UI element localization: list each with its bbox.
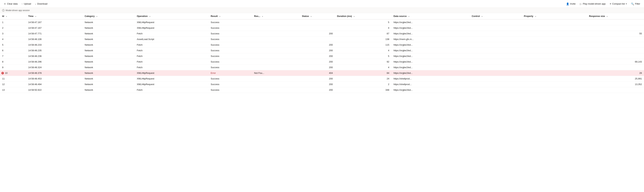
subbar: i Model-driven app session <box>0 8 644 13</box>
cell-operation-text: AssetLoad.Script <box>137 38 154 40</box>
cell-id: 7 <box>0 53 26 59</box>
cell-id-text: 5 <box>2 44 3 46</box>
cell-id: 11 <box>0 76 26 82</box>
table-row[interactable]: 914:58:48.324NetworkFetchSuccess2004http… <box>0 65 644 70</box>
table-row[interactable]: 414:58:48.106NetworkAssetLoad.ScriptSucc… <box>0 36 644 42</box>
cell-duration-text: 5 <box>388 55 389 58</box>
cell-status-text: 200 <box>329 88 333 91</box>
cell-operation-text: XMLHttpRequest <box>137 26 154 29</box>
cell-status-text: 200 <box>329 60 333 63</box>
cell-datasource: https://orgbe1fed... <box>391 53 470 59</box>
col-header-result[interactable]: Result ⌄ <box>208 13 252 20</box>
play-label: Play model-driven app <box>583 2 606 5</box>
cell-datasource: https://orgbe1fed... <box>391 20 470 25</box>
cell-category: Network <box>83 53 135 59</box>
download-button[interactable]: ↓ Download <box>33 2 49 6</box>
table-row[interactable]: 714:58:48.236NetworkFetchSuccess2005http… <box>0 53 644 59</box>
table-body: 114:58:47.167NetworkXMLHttpRequestSucces… <box>0 20 644 93</box>
cell-res <box>252 59 300 65</box>
cell-category-text: Network <box>85 32 93 35</box>
cell-status-text: 200 <box>329 49 333 52</box>
sort-icon-control: ⌄ <box>481 15 483 17</box>
cell-category: Network <box>83 70 135 76</box>
upload-icon: ↑ <box>22 2 23 5</box>
list-icon: ≡ <box>610 2 611 5</box>
play-model-driven-app-button[interactable]: ▷ Play model-driven app <box>578 2 607 6</box>
cell-datasource: https://orgbe1fed... <box>391 31 470 36</box>
cell-res <box>252 76 300 82</box>
col-header-category[interactable]: Category ⌄ <box>83 13 135 20</box>
cell-datasource-text: https://orgbe1fed... <box>394 72 412 74</box>
error-indicator-icon: ✕ <box>2 72 4 74</box>
col-header-datasource[interactable]: Data source ⌄ <box>391 13 470 20</box>
table-row[interactable]: 1314:58:50.922NetworkFetchSuccess200348h… <box>0 87 644 93</box>
invite-button[interactable]: 👤 Invite <box>564 2 578 6</box>
cell-result: Success <box>208 25 252 31</box>
table-row[interactable]: 1114:58:48.453NetworkXMLHttpRequestSucce… <box>0 76 644 82</box>
cell-operation: XMLHttpRequest <box>135 25 208 31</box>
cell-operation-text: XMLHttpRequest <box>137 21 154 24</box>
table-row[interactable]: 314:58:47.771NetworkFetchSuccess20087htt… <box>0 31 644 36</box>
table-row[interactable]: 514:58:48.233NetworkFetchSuccess200115ht… <box>0 42 644 48</box>
cell-result: Success <box>208 20 252 25</box>
cell-datasource-text: https://orgbe1fed... <box>394 88 412 91</box>
cell-res <box>252 42 300 48</box>
sort-icon-datasource: ⌄ <box>408 15 410 17</box>
cell-status: 200 <box>300 53 335 59</box>
cell-operation: XMLHttpRequest <box>135 20 208 25</box>
upload-button[interactable]: ↑ Upload <box>20 2 33 6</box>
table-row[interactable]: 814:58:48.296NetworkFetchSuccess20092htt… <box>0 59 644 65</box>
info-icon: i <box>2 9 4 12</box>
cell-id: ✕10 <box>0 70 26 76</box>
cell-id: 1 <box>0 20 26 25</box>
col-header-id[interactable]: Id ⌄ <box>0 13 26 20</box>
cell-category: Network <box>83 65 135 70</box>
toolbar-right: 👤 Invite ▷ Play model-driven app ≡ Compa… <box>564 2 642 6</box>
table-row[interactable]: 614:58:48.235NetworkFetchSuccess2004http… <box>0 48 644 53</box>
col-header-res[interactable]: Res... ⌄ <box>252 13 300 20</box>
col-header-respsize[interactable]: Response size ⌄ <box>587 13 644 20</box>
cell-duration-text: 115 <box>386 44 390 46</box>
col-header-control[interactable]: Control ⌄ <box>470 13 522 20</box>
col-header-operation[interactable]: Operation ⌄ <box>135 13 208 20</box>
cell-property <box>522 76 587 82</box>
cell-time: 14:58:48.324 <box>26 65 83 70</box>
table-row[interactable]: 214:58:47.167NetworkXMLHttpRequestSucces… <box>0 25 644 31</box>
col-header-status[interactable]: Status ⌄ <box>300 13 335 20</box>
table-row[interactable]: 1214:58:48.494NetworkXMLHttpRequestSucce… <box>0 82 644 87</box>
col-header-time[interactable]: Time ⌄ <box>26 13 83 20</box>
cell-property <box>522 59 587 65</box>
sort-icon-time: ⌄ <box>35 15 36 17</box>
cell-operation-text: Fetch <box>137 44 143 46</box>
cell-operation: Fetch <box>135 65 208 70</box>
cell-category-text: Network <box>85 44 93 46</box>
table-row[interactable]: ✕1014:58:48.378NetworkXMLHttpRequestErro… <box>0 70 644 76</box>
clear-data-button[interactable]: ✕ Clear data <box>2 2 20 6</box>
cell-res <box>252 31 300 36</box>
cell-duration: 92 <box>335 59 392 65</box>
sort-icon-operation: ⌄ <box>149 15 151 17</box>
cell-control <box>470 82 522 87</box>
cell-result-text: Success <box>211 32 219 35</box>
cell-duration-text: 4 <box>388 26 389 29</box>
sort-icon-id: ⌄ <box>6 15 7 17</box>
cell-time-text: 14:58:50.922 <box>28 88 42 91</box>
sort-icon-category: ⌄ <box>96 15 98 17</box>
cell-result-text: Success <box>211 66 219 69</box>
cell-operation: Fetch <box>135 48 208 53</box>
table-row[interactable]: 114:58:47.167NetworkXMLHttpRequestSucces… <box>0 20 644 25</box>
cell-operation: Fetch <box>135 59 208 65</box>
cell-operation: Fetch <box>135 87 208 93</box>
cell-status: 200 <box>300 82 335 87</box>
cell-result-text: Success <box>211 77 219 80</box>
col-header-duration[interactable]: Duration (ms) ⌄ <box>335 13 392 20</box>
cell-operation-text: XMLHttpRequest <box>137 83 154 86</box>
person-icon: 👤 <box>566 2 569 5</box>
compact-list-button[interactable]: ≡ Compact list ▾ <box>608 2 628 6</box>
cell-result-text: Success <box>211 21 219 24</box>
col-header-property[interactable]: Property ⌄ <box>522 13 587 20</box>
cell-operation-text: XMLHttpRequest <box>137 77 154 80</box>
sort-icon-property: ⌄ <box>535 15 536 17</box>
cell-property <box>522 31 587 36</box>
filter-button[interactable]: 🔍 Filter <box>629 2 642 6</box>
